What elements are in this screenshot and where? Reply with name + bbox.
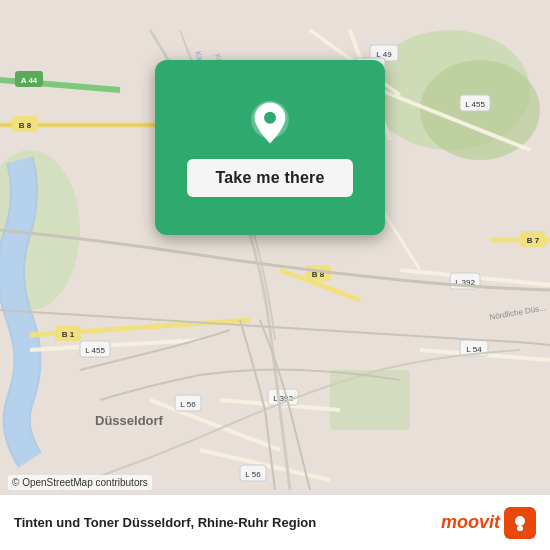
- map-container: B 8 L 49 L 392 L 455 B 7 L 392 L 54 Nörd…: [0, 0, 550, 550]
- moovit-text: moovit: [441, 512, 500, 533]
- svg-text:B 7: B 7: [527, 236, 540, 245]
- osm-attribution: © OpenStreetMap contributors: [8, 475, 152, 490]
- svg-text:A 44: A 44: [21, 76, 38, 85]
- svg-text:L 455: L 455: [85, 346, 105, 355]
- svg-point-56: [264, 111, 276, 123]
- svg-text:L 56: L 56: [245, 470, 261, 479]
- take-me-there-button[interactable]: Take me there: [187, 159, 352, 197]
- svg-text:Düsseldorf: Düsseldorf: [95, 413, 164, 428]
- svg-point-57: [515, 516, 525, 526]
- svg-text:L 56: L 56: [180, 400, 196, 409]
- moovit-icon: [504, 507, 536, 539]
- location-pin-icon: [246, 99, 294, 147]
- bottom-info: Tinten und Toner Düsseldorf, Rhine-Ruhr …: [14, 515, 316, 530]
- location-name: Tinten und Toner Düsseldorf, Rhine-Ruhr …: [14, 515, 316, 530]
- svg-text:B 8: B 8: [19, 121, 32, 130]
- svg-rect-58: [517, 526, 523, 531]
- bottom-bar: Tinten und Toner Düsseldorf, Rhine-Ruhr …: [0, 494, 550, 550]
- svg-text:L 455: L 455: [465, 100, 485, 109]
- svg-text:B 1: B 1: [62, 330, 75, 339]
- moovit-logo: moovit: [441, 507, 536, 539]
- card-overlay: Take me there: [155, 60, 385, 235]
